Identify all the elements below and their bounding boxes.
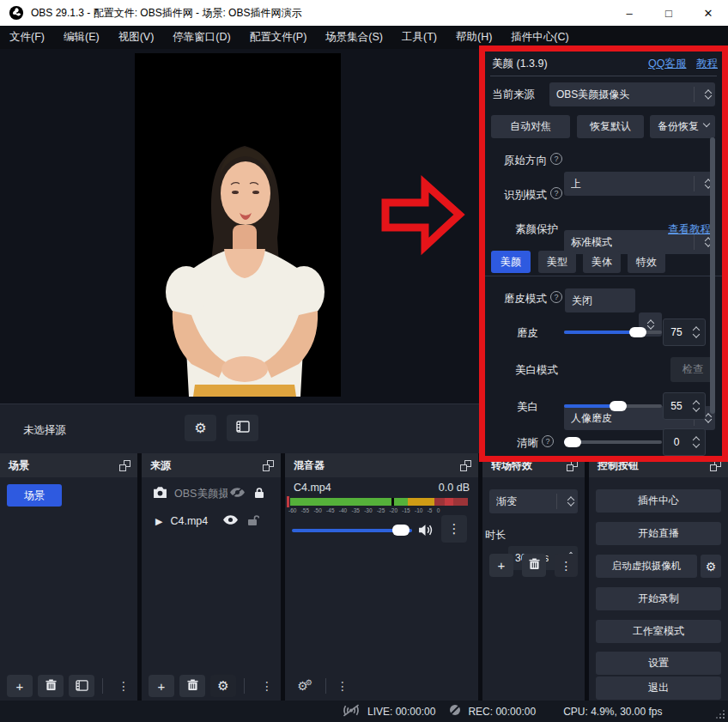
- menu-plugin-center[interactable]: 插件中心(C): [501, 26, 578, 49]
- mixer-channel-menu-button[interactable]: ⋮: [441, 515, 467, 543]
- backup-restore-button[interactable]: 备份恢复: [650, 115, 715, 138]
- transition-value: 渐变: [496, 494, 517, 509]
- maximize-button[interactable]: □: [649, 0, 689, 26]
- sources-dock-title: 来源: [150, 458, 171, 473]
- controls-dock: 控制按钮 插件中心 开始直播 启动虚拟摄像机 ⚙ 开始录制 工作室模式 设置 退…: [589, 453, 728, 701]
- meter-scale: -60 -55 -50 -45 -40 -35 -30 -25 -20 -15 …: [288, 507, 469, 513]
- popout-icon[interactable]: [460, 460, 471, 471]
- plus-icon: +: [16, 679, 24, 694]
- clarity-slider[interactable]: [564, 440, 662, 444]
- chevron-down-icon: [703, 120, 710, 127]
- help-icon[interactable]: ?: [550, 153, 562, 165]
- transition-menu-button[interactable]: ⋮: [555, 554, 578, 577]
- orientation-select[interactable]: 上: [564, 172, 715, 196]
- autofocus-button[interactable]: 自动对焦: [491, 115, 570, 138]
- sources-dock: 来源 OBS美颜摄像头 ▶ C4.mp4 +: [142, 453, 281, 701]
- whiten-slider[interactable]: [564, 404, 662, 408]
- qq-support-link[interactable]: QQ客服: [648, 57, 686, 71]
- add-transition-button[interactable]: +: [489, 554, 513, 577]
- current-source-select[interactable]: OBS美颜摄像头: [549, 82, 715, 106]
- lock-icon[interactable]: [254, 487, 264, 501]
- protect-select[interactable]: 关闭: [565, 288, 635, 312]
- exit-button[interactable]: 退出: [596, 676, 721, 700]
- plugin-center-button[interactable]: 插件中心: [596, 489, 721, 513]
- advanced-audio-button[interactable]: ⚙⚙: [292, 675, 318, 697]
- help-icon[interactable]: ?: [550, 291, 562, 303]
- mixer-level: 0.0 dB: [439, 482, 470, 494]
- clarity-spinbox[interactable]: 0: [663, 428, 706, 456]
- settings-button[interactable]: 设置: [596, 652, 721, 675]
- preview-canvas[interactable]: [135, 53, 341, 397]
- add-scene-button[interactable]: +: [7, 675, 33, 697]
- mixer-menu-button[interactable]: ⋮: [334, 675, 351, 697]
- tab-body[interactable]: 美体: [583, 251, 621, 273]
- start-recording-button[interactable]: 开始录制: [596, 587, 721, 610]
- start-streaming-button[interactable]: 开始直播: [596, 522, 721, 545]
- whiten-label: 美白: [485, 400, 538, 415]
- close-button[interactable]: ✕: [689, 0, 728, 26]
- menu-profile[interactable]: 配置文件(P): [240, 26, 317, 49]
- popout-icon[interactable]: [567, 460, 578, 471]
- help-icon[interactable]: ?: [542, 435, 554, 447]
- menu-view[interactable]: 视图(V): [109, 26, 164, 49]
- help-icon[interactable]: ?: [550, 187, 562, 199]
- whiten-mode-label: 美白模式: [485, 363, 558, 378]
- popout-icon[interactable]: [710, 460, 721, 471]
- beauty-panel-scrollbar[interactable]: [710, 137, 715, 414]
- beauty-panel-title: 美颜 (1.3.9): [492, 57, 548, 71]
- clarity-value: 0: [664, 429, 689, 455]
- volume-slider-handle[interactable]: [392, 525, 410, 536]
- source-row-media[interactable]: ▶ C4.mp4: [142, 510, 281, 532]
- source-filters-button[interactable]: [227, 415, 258, 441]
- virtual-camera-settings-button[interactable]: ⚙: [701, 555, 721, 578]
- studio-mode-button[interactable]: 工作室模式: [596, 620, 721, 643]
- eye-icon[interactable]: [222, 514, 239, 528]
- transitions-dock: 转场特效 渐变 时长 300 ms + ⋮: [482, 453, 585, 701]
- remove-scene-button[interactable]: [38, 675, 64, 697]
- whiten-spinbox[interactable]: 55: [663, 392, 706, 420]
- add-source-button[interactable]: +: [149, 675, 174, 697]
- check-button[interactable]: 检查: [670, 357, 715, 382]
- menu-edit[interactable]: 编辑(E): [54, 26, 109, 49]
- trash-icon: [46, 679, 57, 694]
- sources-menu-button[interactable]: ⋮: [258, 675, 276, 697]
- scene-item[interactable]: 场景: [7, 484, 62, 507]
- eye-slash-icon[interactable]: [229, 487, 246, 501]
- remove-source-button[interactable]: [179, 675, 205, 697]
- menu-help[interactable]: 帮助(H): [446, 26, 501, 49]
- menu-scene-collection[interactable]: 场景集合(S): [316, 26, 392, 49]
- restore-default-button[interactable]: 恢复默认: [577, 115, 644, 138]
- tab-effects[interactable]: 特效: [628, 251, 665, 273]
- source-properties-button[interactable]: ⚙: [185, 415, 216, 441]
- smooth-mode-value: 人像磨皮: [571, 411, 612, 426]
- transitions-dock-title: 转场特效: [491, 458, 532, 473]
- gear-icon: ⚙: [194, 420, 206, 436]
- clarity-slider-handle[interactable]: [564, 437, 581, 447]
- tab-reshape[interactable]: 美型: [538, 251, 576, 273]
- tutorial-link[interactable]: 教程: [696, 57, 718, 71]
- view-tutorial-link[interactable]: 查看教程: [668, 222, 711, 237]
- tab-beauty[interactable]: 美颜: [491, 251, 531, 273]
- resize-grip[interactable]: [723, 717, 725, 719]
- trash-icon: [529, 558, 540, 573]
- smooth-slider[interactable]: [564, 331, 662, 334]
- speaker-icon[interactable]: [418, 524, 433, 539]
- start-virtual-camera-button[interactable]: 启动虚拟摄像机: [596, 555, 697, 578]
- scenes-menu-button[interactable]: ⋮: [115, 675, 132, 697]
- unlock-icon[interactable]: [247, 514, 259, 529]
- menu-docks[interactable]: 停靠窗口(D): [163, 26, 240, 49]
- transition-select[interactable]: 渐变: [489, 489, 578, 513]
- whiten-slider-handle[interactable]: [610, 401, 627, 411]
- smooth-slider-handle[interactable]: [629, 327, 646, 337]
- source-properties-button[interactable]: ⚙: [210, 675, 236, 697]
- remove-transition-button[interactable]: [522, 554, 546, 577]
- popout-icon[interactable]: [263, 460, 274, 471]
- menu-tools[interactable]: 工具(T): [392, 26, 446, 49]
- smooth-spinbox[interactable]: 75: [663, 319, 706, 346]
- scene-filters-button[interactable]: [69, 675, 94, 697]
- source-row-camera[interactable]: OBS美颜摄像头: [142, 482, 281, 505]
- minimize-button[interactable]: –: [610, 0, 649, 26]
- menu-file[interactable]: 文件(F): [0, 26, 54, 49]
- popout-icon[interactable]: [119, 460, 130, 471]
- smooth-mode-label: 磨皮模式: [485, 292, 547, 306]
